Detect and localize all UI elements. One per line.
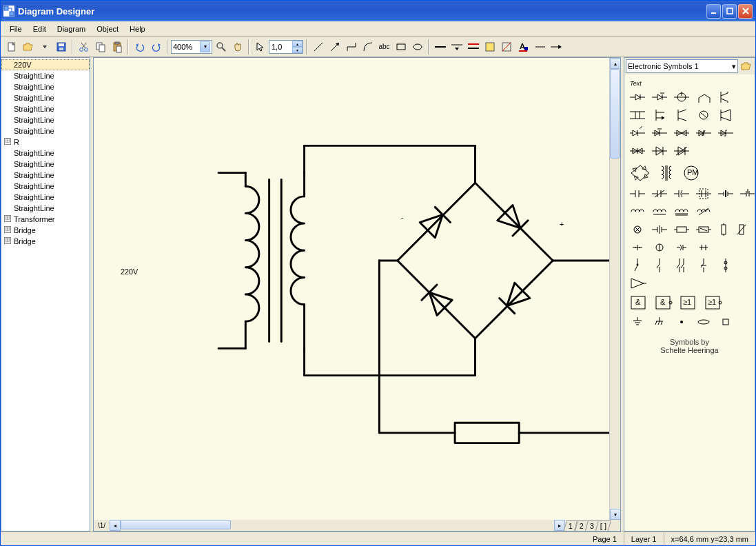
spin-up-icon[interactable]: ▴ <box>292 41 303 47</box>
symbol-item[interactable] <box>736 223 747 236</box>
symbol-item[interactable] <box>718 188 733 200</box>
symbol-item[interactable] <box>696 109 711 121</box>
menu-file[interactable]: File <box>5 23 27 34</box>
tree-item[interactable]: StraightLine <box>1 81 90 92</box>
symbol-gate[interactable]: ≥1 <box>680 295 697 310</box>
symbol-ground2[interactable] <box>652 316 667 328</box>
tree-item[interactable]: StraightLine <box>1 170 90 181</box>
fillcolor-button[interactable] <box>482 39 498 54</box>
symbol-item[interactable] <box>652 109 667 121</box>
symbol-item[interactable] <box>674 259 689 272</box>
fillcolor2-button[interactable] <box>498 39 514 54</box>
tree-item[interactable]: StraightLine <box>1 203 90 214</box>
symbol-item[interactable] <box>652 241 667 254</box>
tree-item[interactable]: Bridge <box>1 225 90 236</box>
linestyle-dropdown-button[interactable] <box>449 39 464 54</box>
paste-button[interactable] <box>109 39 125 54</box>
symbol-item[interactable] <box>630 188 645 200</box>
palette-combo[interactable]: Electronic Symbols 1 ▾ <box>626 59 738 73</box>
maximize-button[interactable] <box>722 4 737 19</box>
tree-item[interactable]: StraightLine <box>1 125 90 136</box>
tree-item[interactable]: StraightLine <box>1 181 90 192</box>
symbol-item[interactable] <box>674 188 689 200</box>
symbol-item[interactable] <box>696 241 711 254</box>
symbol-item[interactable] <box>652 145 667 157</box>
symbol-ground[interactable] <box>630 316 645 328</box>
symbol-bridge[interactable] <box>630 164 651 182</box>
symbol-item[interactable] <box>652 205 667 218</box>
open-button[interactable] <box>20 39 36 54</box>
symbol-item[interactable] <box>718 127 733 139</box>
symbol-item[interactable] <box>630 91 645 103</box>
tree-item[interactable]: R <box>1 136 90 148</box>
horizontal-scrollbar[interactable] <box>121 520 554 531</box>
copy-button[interactable] <box>92 39 108 54</box>
linecolor-button[interactable] <box>465 39 481 54</box>
tree-item[interactable]: Transformer <box>1 214 90 225</box>
palette-dropdown-icon[interactable]: ▾ <box>732 62 736 71</box>
tree-item[interactable]: StraightLine <box>1 114 90 125</box>
symbol-item[interactable] <box>696 91 711 103</box>
symbol-node[interactable] <box>674 316 689 328</box>
palette-text-tool[interactable]: Text <box>630 80 749 87</box>
symbol-item[interactable] <box>674 91 689 103</box>
page-tab-new[interactable]: [ ] <box>595 520 611 531</box>
linewidth-spinner[interactable]: 1,0 ▴▾ <box>269 40 303 54</box>
tree-item[interactable]: StraightLine <box>1 148 90 159</box>
symbol-item[interactable] <box>652 188 667 200</box>
symbol-item[interactable] <box>630 259 645 272</box>
tree-item[interactable]: StraightLine <box>1 103 90 114</box>
linestyle-solid-button[interactable] <box>432 39 448 54</box>
textcolor-button[interactable]: A <box>515 39 531 54</box>
symbol-item[interactable] <box>740 188 755 200</box>
scroll-down-icon[interactable]: ▾ <box>610 509 621 520</box>
symbol-item[interactable] <box>718 223 729 236</box>
pan-hand-button[interactable] <box>229 39 245 54</box>
symbol-item[interactable] <box>630 109 645 121</box>
symbol-item[interactable] <box>696 127 711 139</box>
palette-open-button[interactable] <box>739 59 753 73</box>
symbol-item[interactable] <box>696 259 711 272</box>
object-tree[interactable]: 220VStraightLineStraightLineStraightLine… <box>1 57 90 532</box>
symbol-item[interactable] <box>674 145 689 157</box>
pointer-tool[interactable] <box>252 39 268 54</box>
rect-tool[interactable] <box>393 39 409 54</box>
zoom-fit-button[interactable] <box>213 39 229 54</box>
symbol-motor[interactable]: PM <box>682 164 700 182</box>
tree-item[interactable]: 220V <box>1 59 90 70</box>
tree-item[interactable]: StraightLine <box>1 70 90 81</box>
symbol-item[interactable] <box>674 241 689 254</box>
scroll-left-icon[interactable]: ◂ <box>110 520 121 531</box>
symbol-item[interactable] <box>696 205 711 218</box>
symbol-item[interactable] <box>674 109 689 121</box>
menu-object[interactable]: Object <box>92 23 123 34</box>
symbol-item[interactable] <box>630 127 645 139</box>
close-button[interactable] <box>738 4 753 19</box>
open-dropdown-button[interactable] <box>37 39 52 54</box>
symbol-item[interactable] <box>630 205 645 218</box>
symbol-terminal[interactable] <box>696 316 711 328</box>
arrow-tool[interactable] <box>327 39 343 54</box>
symbol-item[interactable] <box>674 205 689 218</box>
menu-edit[interactable]: Edit <box>28 23 51 34</box>
symbol-item[interactable] <box>630 223 645 236</box>
symbol-item[interactable] <box>754 223 755 236</box>
symbol-item[interactable] <box>652 127 667 139</box>
symbol-transformer[interactable] <box>657 164 675 182</box>
tree-item[interactable]: StraightLine <box>1 159 90 170</box>
minimize-button[interactable] <box>706 4 721 19</box>
tree-item[interactable]: StraightLine <box>1 92 90 103</box>
scroll-up-icon[interactable]: ▴ <box>610 58 621 69</box>
save-button[interactable] <box>53 39 69 54</box>
connector-tool[interactable] <box>343 39 359 54</box>
symbol-gate[interactable]: & <box>630 295 648 310</box>
symbol-opamp[interactable] <box>630 277 646 290</box>
symbol-gate[interactable]: ≥1 <box>704 295 722 310</box>
canvas[interactable]: 220V <box>93 57 621 532</box>
text-tool[interactable]: abc <box>376 39 392 54</box>
tree-item[interactable]: StraightLine <box>1 192 90 203</box>
zoom-combo[interactable]: 400% ▾ <box>171 40 212 54</box>
symbol-item[interactable] <box>630 145 645 157</box>
undo-button[interactable] <box>132 39 147 54</box>
symbol-item[interactable] <box>674 127 689 139</box>
